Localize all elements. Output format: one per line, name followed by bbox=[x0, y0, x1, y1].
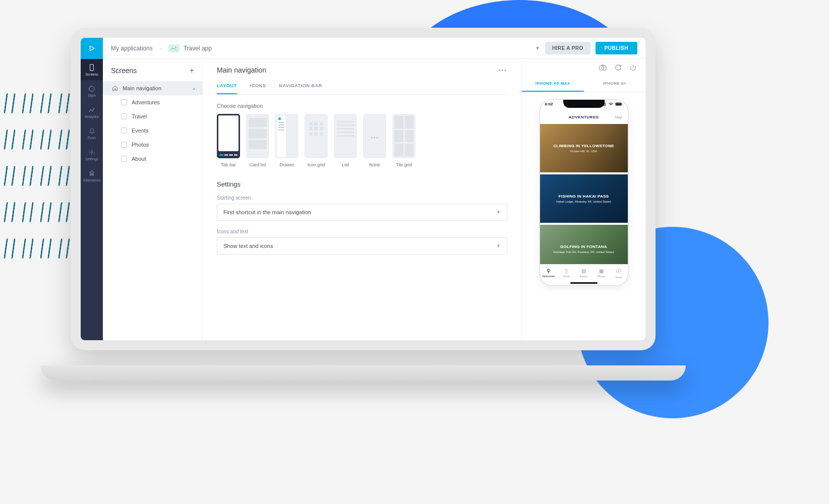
screen-item-travel[interactable]: Travel bbox=[103, 109, 202, 123]
rail-item-screens[interactable]: Screens bbox=[81, 59, 103, 80]
nav-option-drawer[interactable]: Drawer bbox=[275, 114, 299, 167]
nav-option-tab-bar[interactable]: Tab bar bbox=[217, 114, 240, 167]
power-icon[interactable] bbox=[630, 64, 636, 71]
refresh-icon[interactable] bbox=[615, 64, 622, 71]
phone-preview: 6:02 ADVENTURES Map bbox=[540, 99, 628, 286]
svg-rect-11 bbox=[616, 103, 621, 105]
phone-tab-travel[interactable]: ▯Travel bbox=[557, 265, 575, 281]
rail-item-settings[interactable]: Settings bbox=[81, 144, 103, 165]
collapse-icon[interactable]: ▴ bbox=[193, 86, 195, 91]
screenshot-icon[interactable] bbox=[599, 64, 607, 71]
page-icon bbox=[121, 99, 127, 105]
rail-item-extensions[interactable]: Extensions bbox=[81, 165, 103, 186]
extensions-icon bbox=[88, 170, 95, 177]
screen-item-about[interactable]: About bbox=[103, 152, 202, 166]
svg-rect-12 bbox=[622, 103, 622, 105]
screens-sidebar: Screens + Main navigation ▴ Adventures bbox=[103, 59, 203, 340]
nav-option-label: Card list bbox=[249, 162, 266, 167]
phone-header-title: ADVENTURES bbox=[568, 115, 599, 119]
icons-text-select[interactable]: Show text and icons ▼ bbox=[217, 237, 507, 255]
screen-label: Main navigation bbox=[123, 85, 161, 91]
breadcrumb-app[interactable]: Travel app bbox=[168, 44, 212, 52]
nav-option-icon-grid[interactable]: Icon grid bbox=[305, 114, 328, 167]
preview-card[interactable]: FISHING IN HAKAI PASS Hakai Lodge, Mores… bbox=[540, 174, 628, 223]
nav-option-label: None bbox=[369, 162, 380, 167]
card-subtitle: Frozen Hill, ID, USA bbox=[570, 150, 598, 153]
device-tab-iphone-8-plus[interactable]: IPHONE 8+ bbox=[584, 76, 646, 92]
phone-tab-bar: ⚲Adventures ▯Travel ▤Events ▦Photos ⓘAbo… bbox=[540, 264, 628, 281]
screen-label: Travel bbox=[132, 113, 147, 119]
image-icon: ▦ bbox=[599, 268, 604, 274]
select-value: First shortcut in the main navigation bbox=[223, 209, 311, 215]
nav-option-card-list[interactable]: Card list bbox=[246, 114, 269, 167]
svg-rect-4 bbox=[600, 66, 606, 70]
publish-button[interactable]: PUBLISH bbox=[596, 42, 637, 54]
nav-option-label: Tile grid bbox=[396, 162, 412, 167]
editor-main: Main navigation ••• LAYOUT ICONS NAVIGAT… bbox=[203, 59, 521, 340]
battery-icon bbox=[615, 102, 623, 106]
card-title: CLIMBING IN YELLOWSTONE bbox=[553, 144, 614, 148]
add-screen-button[interactable]: + bbox=[190, 66, 194, 75]
screen-label: Photos bbox=[132, 142, 149, 148]
card-title: GOLFING IN FONTANA bbox=[560, 244, 607, 249]
screen-item-photos[interactable]: Photos bbox=[103, 138, 202, 152]
brand-logo[interactable] bbox=[81, 38, 103, 59]
calendar-icon: ▤ bbox=[581, 268, 586, 274]
choose-navigation-label: Choose navigation bbox=[217, 103, 507, 109]
pin-icon: ⚲ bbox=[547, 268, 550, 274]
nav-option-label: List bbox=[342, 162, 349, 167]
nav-option-label: Icon grid bbox=[308, 162, 325, 167]
starting-screen-select[interactable]: First shortcut in the main navigation ▼ bbox=[217, 204, 507, 221]
screen-label: Adventures bbox=[132, 99, 160, 105]
nav-option-label: Drawer bbox=[279, 162, 294, 167]
wifi-icon bbox=[608, 102, 614, 106]
svg-point-3 bbox=[91, 151, 93, 153]
nav-option-tile-grid[interactable]: Tile grid bbox=[392, 114, 416, 167]
screen-label: About bbox=[132, 156, 146, 162]
rail-label: Push bbox=[88, 136, 96, 140]
rail-item-analytics[interactable]: Analytics bbox=[81, 101, 103, 122]
tab-navigation-bar[interactable]: NAVIGATION BAR bbox=[279, 83, 322, 94]
rail-item-push[interactable]: Push bbox=[81, 122, 103, 144]
breadcrumb-app-name: Travel app bbox=[184, 45, 212, 52]
phone-tab-events[interactable]: ▤Events bbox=[575, 265, 593, 281]
preview-card[interactable]: GOLFING IN FONTANA Heritage Trail Rd, Fo… bbox=[540, 225, 628, 264]
screen-item-adventures[interactable]: Adventures bbox=[103, 95, 202, 109]
tab-layout[interactable]: LAYOUT bbox=[217, 83, 237, 94]
nav-option-none[interactable]: ••• None bbox=[363, 114, 386, 167]
phone-tab-adventures[interactable]: ⚲Adventures bbox=[540, 265, 558, 281]
settings-heading: Settings bbox=[217, 180, 507, 188]
nav-option-list[interactable]: List bbox=[334, 114, 357, 167]
analytics-icon bbox=[88, 106, 95, 113]
page-icon bbox=[121, 113, 127, 119]
tab-icons[interactable]: ICONS bbox=[250, 83, 266, 94]
preview-card[interactable]: CLIMBING IN YELLOWSTONE Frozen Hill, ID,… bbox=[540, 124, 628, 172]
chevron-right-icon: › bbox=[160, 46, 161, 51]
screen-item-events[interactable]: Events bbox=[103, 123, 202, 138]
page-icon bbox=[121, 142, 127, 148]
rail-item-style[interactable]: Style bbox=[81, 80, 103, 101]
phone-tab-photos[interactable]: ▦Photos bbox=[593, 265, 610, 281]
style-icon bbox=[88, 85, 95, 92]
phone-map-link[interactable]: Map bbox=[615, 115, 622, 119]
home-indicator bbox=[570, 282, 598, 284]
gear-icon bbox=[88, 149, 95, 156]
screen-item-main-navigation[interactable]: Main navigation ▴ bbox=[103, 81, 202, 95]
rail-label: Analytics bbox=[85, 115, 99, 118]
editor-tabs: LAYOUT ICONS NAVIGATION BAR bbox=[217, 83, 507, 95]
page-title: Main navigation bbox=[217, 66, 266, 74]
app-icon bbox=[168, 44, 180, 52]
svg-point-5 bbox=[602, 67, 604, 69]
device-tab-iphone-xs-max[interactable]: IPHONE XS MAX bbox=[522, 76, 584, 92]
breadcrumb-root[interactable]: My applications bbox=[111, 45, 153, 52]
phone-tab-about[interactable]: ⓘAbout bbox=[610, 265, 628, 281]
hire-pro-button[interactable]: HIRE A PRO bbox=[545, 42, 590, 54]
card-subtitle: Heritage Trail Rd, Fontana, WI, United S… bbox=[553, 250, 614, 254]
account-dropdown[interactable]: ▼ bbox=[535, 45, 540, 51]
suitcase-icon: ▯ bbox=[565, 268, 568, 274]
svg-rect-1 bbox=[90, 65, 94, 71]
svg-point-0 bbox=[175, 46, 176, 47]
phone-notch bbox=[563, 100, 605, 108]
more-menu[interactable]: ••• bbox=[498, 67, 507, 73]
breadcrumb: My applications › Travel app bbox=[103, 44, 220, 52]
